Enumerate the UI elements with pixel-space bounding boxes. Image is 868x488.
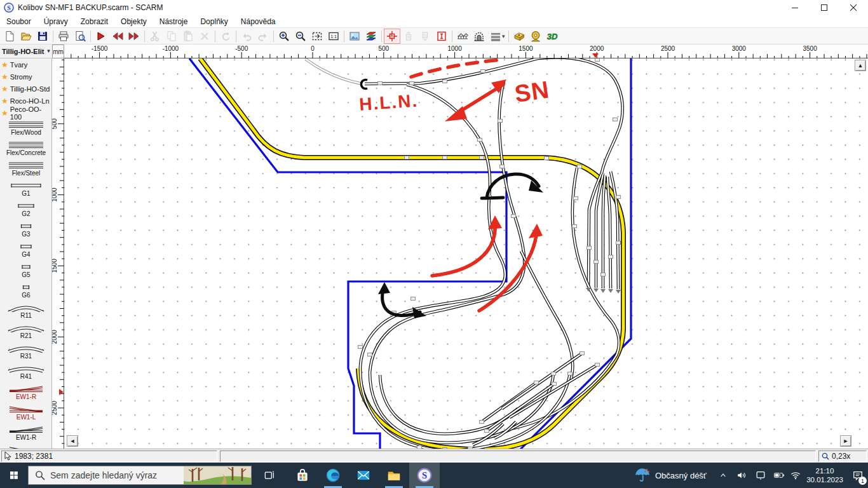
track-item-g2[interactable]: G2	[0, 201, 52, 220]
menu-item-3[interactable]: Objekty	[114, 16, 153, 27]
start-point-icon[interactable]	[93, 29, 109, 44]
menu-item-4[interactable]: Nástroje	[153, 16, 194, 27]
lower-icon[interactable]: h	[417, 29, 433, 44]
svg-text:0: 0	[311, 45, 315, 52]
weather-umbrella-icon	[634, 467, 651, 484]
close-button[interactable]	[839, 0, 868, 15]
track-item-r41[interactable]: R41	[0, 364, 52, 383]
svg-text:3500: 3500	[803, 45, 817, 52]
cast-device-icon[interactable]	[751, 463, 770, 488]
cut-icon[interactable]	[147, 29, 163, 44]
print-icon[interactable]	[55, 29, 72, 44]
new-file-icon[interactable]	[1, 29, 18, 44]
library-selector[interactable]: Tillig-HO-Elit ▼	[0, 44, 52, 58]
track-item-ew1-l[interactable]: EW1-L	[0, 405, 52, 424]
taskbar-app-scarm[interactable]: S	[409, 463, 440, 488]
taskbar-app-edge[interactable]	[318, 463, 348, 488]
track-item-flex-steel[interactable]: Flex/Steel	[0, 161, 52, 180]
scroll-up-button[interactable]: ▲	[855, 60, 866, 71]
svg-text:500: 500	[52, 118, 58, 129]
scroll-left-button[interactable]: ◄	[67, 435, 78, 447]
taskbar: Sem zadejte hledaný výraz Občasný déšť	[0, 463, 868, 488]
star-icon: ★	[1, 85, 8, 93]
task-view-button[interactable]	[255, 463, 283, 488]
menu-bar: SouborÚpravyZobrazitObjektyNástrojeDoplň…	[0, 15, 868, 28]
view-3d-icon[interactable]: 3D	[544, 29, 560, 44]
track-item-r11[interactable]: R11	[0, 303, 52, 322]
zoom-in-icon[interactable]	[276, 29, 292, 44]
track-item-g3[interactable]: G3	[0, 222, 52, 241]
profile-dropdown-icon[interactable]: ▾	[502, 33, 505, 39]
svg-text:1500: 1500	[519, 45, 533, 52]
notification-center-button[interactable]: 1	[848, 463, 868, 488]
sidebar-library-0[interactable]: ★Tvary	[0, 58, 52, 71]
maximize-button[interactable]	[810, 0, 839, 15]
print-preview-icon[interactable]	[72, 29, 88, 44]
track-label: R31	[0, 353, 52, 360]
weather-widget[interactable]: Občasný déšť	[634, 463, 707, 488]
undo-icon[interactable]	[238, 29, 255, 44]
zoom-area-icon[interactable]	[309, 29, 325, 44]
search-icon	[35, 470, 45, 480]
save-icon[interactable]	[34, 29, 51, 44]
layers-icon[interactable]	[363, 29, 379, 44]
rotate-icon[interactable]	[217, 29, 234, 44]
minimize-button[interactable]	[780, 0, 810, 15]
taskbar-app-explorer[interactable]	[379, 463, 409, 488]
baseboard-icon[interactable]	[511, 29, 527, 44]
measure-icon[interactable]	[527, 29, 544, 44]
menu-item-2[interactable]: Zobrazit	[74, 16, 114, 27]
svg-text:2000: 2000	[590, 45, 604, 52]
menu-item-0[interactable]: Soubor	[0, 16, 37, 27]
track-list: ★Tvary★Stromy★Tillig-HO-Std★Roco-HO-Ln★P…	[0, 58, 52, 449]
track-plan: H.L.N.SN	[64, 58, 868, 449]
layout-canvas[interactable]: H.L.N.SN ▲ ◄ ►	[64, 58, 868, 449]
prev-icon[interactable]	[109, 29, 126, 44]
track-item-g5[interactable]: G5	[0, 262, 52, 281]
toolbar-separator	[236, 30, 236, 42]
sidebar-library-4[interactable]: ★Peco-OO-100	[0, 107, 52, 119]
track-item-flex-concrete[interactable]: Flex/Concrete	[0, 140, 52, 159]
track-item-flex-wood[interactable]: Flex/Wood	[0, 120, 52, 139]
redo-icon[interactable]	[255, 29, 271, 44]
status-bar: 1983; 2381 0,23x	[0, 449, 868, 463]
menu-item-6[interactable]: Nápověda	[234, 16, 282, 27]
menu-item-5[interactable]: Doplňky	[194, 16, 234, 27]
track-item-ew1-r[interactable]: EW1-R	[0, 425, 52, 444]
track-item-g4[interactable]: G4	[0, 242, 52, 261]
clock-widget[interactable]: 21:10 30.01.2023	[802, 463, 848, 488]
background-image-icon[interactable]	[346, 29, 363, 44]
next-icon[interactable]	[126, 29, 142, 44]
delete-icon[interactable]	[196, 29, 213, 44]
taskbar-app-mail[interactable]	[348, 463, 379, 488]
taskbar-app-store[interactable]	[287, 463, 318, 488]
track-item-r21[interactable]: R21	[0, 323, 52, 342]
sidebar-library-1[interactable]: ★Stromy	[0, 71, 52, 83]
track-item-r31[interactable]: R31	[0, 344, 52, 363]
zoom-1-1-icon[interactable]: 1:1	[325, 29, 342, 44]
zoom-out-icon[interactable]	[292, 29, 309, 44]
track-item-g6[interactable]: G6	[0, 283, 52, 302]
track-label: EW1-L	[0, 414, 52, 421]
svg-text:2500: 2500	[661, 45, 675, 52]
raise-icon[interactable]: h	[400, 29, 417, 44]
track-item-ew1-r[interactable]: EW1-R	[0, 384, 52, 403]
volume-icon[interactable]	[732, 463, 751, 488]
tray-chevron-icon[interactable]	[714, 463, 732, 488]
text-label-icon[interactable]	[433, 29, 450, 44]
bridge-icon[interactable]	[454, 29, 471, 44]
menu-item-1[interactable]: Úpravy	[37, 16, 74, 27]
tunnel-icon[interactable]	[471, 29, 487, 44]
scarm-window: S Kolibov SN-MF1 BACKUP.scarm - SCARM So…	[0, 0, 868, 488]
paste-icon[interactable]	[180, 29, 196, 44]
svg-text:3D: 3D	[546, 32, 557, 41]
open-file-icon[interactable]	[18, 29, 34, 44]
copy-icon[interactable]	[163, 29, 180, 44]
track-label: R11	[0, 312, 52, 319]
search-input[interactable]: Sem zadejte hledaný výraz	[28, 466, 252, 485]
heights-icon[interactable]: h	[384, 29, 400, 44]
start-button[interactable]	[0, 463, 28, 488]
scroll-right-button[interactable]: ►	[840, 435, 851, 447]
track-item-g1[interactable]: G1	[0, 181, 52, 200]
sidebar-library-2[interactable]: ★Tillig-HO-Std	[0, 83, 52, 95]
